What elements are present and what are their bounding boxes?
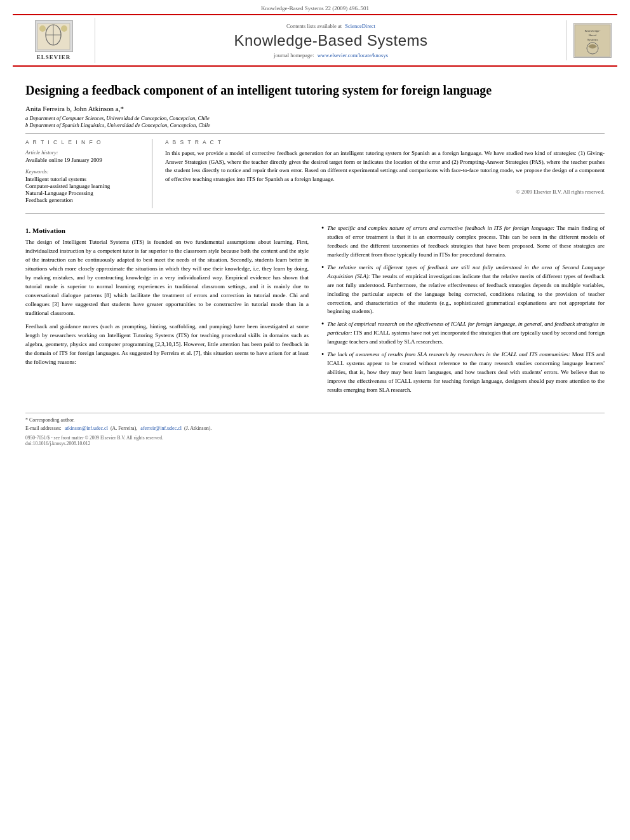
email2[interactable]: aferreir@inf.udec.cl <box>140 425 182 431</box>
author-name2: (J. Atkinson). <box>184 425 211 431</box>
author-name1: (A. Ferreira), <box>111 425 137 431</box>
keyword-4: Feedback generation <box>25 197 142 203</box>
main-content: Designing a feedback component of an int… <box>0 67 630 459</box>
email-label: E-mail addresses: <box>25 425 62 431</box>
issn-text: 0950-7051/$ - see front matter © 2009 El… <box>25 435 605 441</box>
svg-text:Knowledge-: Knowledge- <box>584 29 600 32</box>
elsevier-logo-section: ELSEVIER <box>13 18 95 63</box>
elsevier-logo: ELSEVIER <box>35 20 73 60</box>
issn-line: 0950-7051/$ - see front matter © 2009 El… <box>25 435 605 446</box>
journal-reference: Knowledge-Based Systems 22 (2009) 496–50… <box>0 0 630 14</box>
header-divider <box>25 133 605 134</box>
corresponding-author-note: * Corresponding author. <box>25 417 605 423</box>
bullet-dot-1: • <box>321 223 324 233</box>
kbs-logo-section: Knowledge- Based Systems <box>566 20 617 60</box>
copyright-notice: © 2009 Elsevier B.V. All rights reserved… <box>165 189 605 195</box>
article-history: Article history: Available online 19 Jan… <box>25 149 142 163</box>
homepage-label: journal homepage: <box>274 52 314 58</box>
affiliation-b: b Department of Spanish Linguistics, Uni… <box>25 122 605 128</box>
body-divider <box>25 213 605 214</box>
affiliations: a Department of Computer Sciences, Unive… <box>25 115 605 128</box>
page-footer: * Corresponding author. E-mail addresses… <box>25 413 605 446</box>
keyword-2: Computer-assisted language learning <box>25 183 142 189</box>
bullet-dot-4: • <box>321 350 324 359</box>
journal-ref-text: Knowledge-Based Systems 22 (2009) 496–50… <box>261 5 369 11</box>
body-left-col: 1. Motivation The design of Intelligent … <box>25 224 309 400</box>
journal-banner: ELSEVIER Contents lists available at Sci… <box>13 14 617 67</box>
bullet-item-3: • The lack of empirical research on the … <box>321 320 605 347</box>
corresponding-label: * Corresponding author. <box>25 417 75 423</box>
keywords-label: Keywords: <box>25 168 142 175</box>
bullet-item-4: • The lack of awareness of results from … <box>321 350 605 395</box>
sciencedirect-link[interactable]: ScienceDirect <box>345 23 375 29</box>
abstract-label: A B S T R A C T <box>165 139 605 145</box>
keywords-section: Keywords: Intelligent tutorial systems C… <box>25 168 142 203</box>
affiliation-a: a Department of Computer Sciences, Unive… <box>25 115 605 121</box>
homepage-line: journal homepage: www.elsevier.com/locat… <box>102 52 560 58</box>
body-paragraph-2: Feedback and guidance moves (such as pro… <box>25 323 309 367</box>
sciencedirect-prefix: Contents lists available at <box>286 23 342 29</box>
journal-banner-center: Contents lists available at ScienceDirec… <box>95 20 566 61</box>
email1[interactable]: atkinson@inf.udec.cl <box>65 425 108 431</box>
body-two-col: 1. Motivation The design of Intelligent … <box>25 224 605 400</box>
article-info-label: A R T I C L E I N F O <box>25 139 142 145</box>
svg-text:Based: Based <box>588 34 596 37</box>
sciencedirect-line: Contents lists available at ScienceDirec… <box>102 23 560 29</box>
bullet-item-2: • The relative merits of different types… <box>321 263 605 317</box>
svg-text:Systems: Systems <box>587 38 598 41</box>
bullet-text-1: The specific and complex nature of error… <box>327 224 605 260</box>
kbs-logo: Knowledge- Based Systems <box>573 23 612 58</box>
bullet-item-1: • The specific and complex nature of err… <box>321 224 605 260</box>
abstract-text: In this paper, we provide a model of cor… <box>165 149 605 183</box>
email-footnote: E-mail addresses: atkinson@inf.udec.cl (… <box>25 425 605 431</box>
bullet-dot-3: • <box>321 319 324 329</box>
body-content: 1. Motivation The design of Intelligent … <box>25 224 605 400</box>
svg-point-4 <box>39 25 46 32</box>
keyword-1: Intelligent tutorial systems <box>25 176 142 182</box>
article-info-abstract: A R T I C L E I N F O Article history: A… <box>25 139 605 208</box>
doi-text: doi:10.1016/j.knosys.2008.10.012 <box>25 441 605 446</box>
elsevier-wordmark: ELSEVIER <box>37 54 71 60</box>
body-paragraph-1: The design of Intelligent Tutorial Syste… <box>25 238 309 317</box>
keyword-3: Natural-Language Processing <box>25 190 142 196</box>
journal-title: Knowledge-Based Systems <box>102 32 560 50</box>
abstract-column: A B S T R A C T In this paper, we provid… <box>165 139 605 208</box>
bullet-list: • The specific and complex nature of err… <box>321 224 605 395</box>
paper-title: Designing a feedback component of an int… <box>25 82 605 98</box>
homepage-url[interactable]: www.elsevier.com/locate/knosys <box>318 52 388 58</box>
section1-heading: 1. Motivation <box>25 227 309 234</box>
available-online: Available online 19 January 2009 <box>25 157 142 163</box>
authors-line: Anita Ferreira b, John Atkinson a,* <box>25 105 605 112</box>
article-info-column: A R T I C L E I N F O Article history: A… <box>25 139 152 208</box>
svg-point-5 <box>61 25 67 32</box>
body-right-col: • The specific and complex nature of err… <box>321 224 605 400</box>
bullet-text-4: The lack of awareness of results from SL… <box>327 350 605 395</box>
elsevier-logo-image <box>35 20 73 52</box>
bullet-text-2: The relative merits of different types o… <box>327 263 605 317</box>
author-names: Anita Ferreira b, John Atkinson a,* <box>25 105 124 112</box>
bullet-dot-2: • <box>321 263 324 272</box>
history-label: Article history: <box>25 149 142 156</box>
bullet-text-3: The lack of empirical research on the ef… <box>327 320 605 347</box>
